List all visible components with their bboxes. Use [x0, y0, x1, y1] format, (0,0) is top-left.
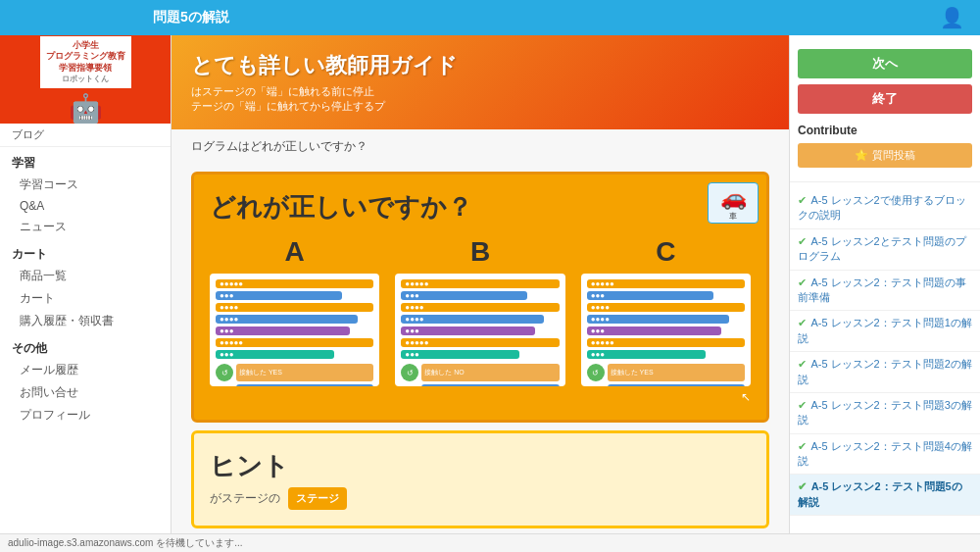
- block-b-3: ●●●●: [401, 303, 559, 312]
- right-sidebar: 次へ 終了 Contribute ⭐ 質問投稿 ✔ A-5 レッスン2で使用する…: [789, 35, 980, 552]
- nav-link-3[interactable]: ✔ A-5 レッスン2：テスト問題の事前準備: [790, 271, 980, 312]
- cursor-indicator: ↖: [210, 390, 751, 404]
- option-c-blocks: ●●●●● ●●● ●●●● ●●●● ●●● ●●●●● ●●● ↺ 接触した…: [581, 274, 751, 386]
- section-label-cart: カート: [0, 238, 171, 265]
- block-c-5: ●●●: [587, 326, 721, 335]
- arrow-a-left: ↺: [216, 364, 233, 381]
- block-a-2: ●●●: [216, 291, 342, 300]
- sidebar-item-qa[interactable]: Q&A: [0, 196, 171, 216]
- block-b-bottom1: 接触した NO: [421, 364, 559, 381]
- main-layout: 小学生プログラミング教育学習指導要領 ロボットくん 🤖 ブログ 学習 学習コース…: [0, 35, 980, 552]
- nav-link-7[interactable]: ✔ A-5 レッスン2：テスト問題4の解説: [790, 434, 980, 476]
- nav-link-2[interactable]: ✔ A-5 レッスン2とテスト問題のプログラム: [790, 229, 980, 271]
- block-b-1: ●●●●●: [401, 279, 559, 288]
- block-b-7: ●●●: [401, 350, 519, 359]
- nav-link-6[interactable]: ✔ A-5 レッスン2：テスト問題3の解説: [790, 393, 980, 434]
- hint-subtext: がステージの: [210, 490, 280, 507]
- status-text: adulio-image.s3.amazonaws.com を待機しています..…: [8, 537, 243, 548]
- hero-title: とても詳しい教師用ガイド: [191, 51, 769, 80]
- contribute-section: Contribute ⭐ 質問投稿: [790, 118, 980, 176]
- block-a-3: ●●●●: [216, 303, 373, 312]
- block-c-4: ●●●●: [587, 315, 729, 324]
- option-c-label: C: [656, 236, 675, 268]
- nav-link-8[interactable]: ✔ A-5 レッスン2：テスト問題5の解説: [790, 475, 980, 516]
- main-content: とても詳しい教師用ガイド はステージの「端」に触れる前に停止 テージの「端」に触…: [172, 35, 789, 552]
- question-area: ログラムはどれが正しいですか？: [172, 129, 789, 164]
- car-icon: 🚗: [720, 185, 747, 211]
- block-b-bottom2: または ● に接触した: [421, 384, 559, 386]
- option-a-blocks: ●●●●● ●●● ●●●● ●●●● ●●● ●●●●● ●●● ↺ 接触した…: [210, 274, 379, 386]
- block-c-3: ●●●●: [587, 303, 745, 312]
- block-a-1: ●●●●●: [216, 279, 373, 288]
- star-icon: ⭐: [855, 149, 868, 162]
- sidebar-logo: 小学生プログラミング教育学習指導要領 ロボットくん 🤖: [0, 35, 171, 124]
- block-c-1: ●●●●●: [587, 279, 745, 288]
- question-post-button[interactable]: ⭐ 質問投稿: [798, 143, 972, 168]
- sidebar-item-news[interactable]: ニュース: [0, 216, 171, 238]
- block-c-7: ●●●: [587, 350, 706, 359]
- block-b-5: ●●●: [401, 326, 535, 335]
- user-icon[interactable]: 👤: [940, 6, 964, 29]
- robot-icon: 🤖: [38, 92, 133, 125]
- logo-box: 小学生プログラミング教育学習指導要領 ロボットくん: [38, 35, 133, 90]
- nav-link-4[interactable]: ✔ A-5 レッスン2：テスト問題1の解説: [790, 311, 980, 352]
- sidebar-item-cart[interactable]: カート: [0, 287, 171, 310]
- top-bar: 問題5の解説 👤: [0, 0, 980, 35]
- top-bar-title: 問題5の解説: [153, 9, 229, 26]
- status-bar: adulio-image.s3.amazonaws.com を待機しています..…: [0, 533, 980, 552]
- block-b-2: ●●●: [401, 291, 527, 300]
- block-a-7: ●●●: [216, 350, 334, 359]
- arrow-b-left: ↺: [401, 364, 418, 381]
- option-c: C ●●●●● ●●● ●●●● ●●●● ●●● ●●●●● ●●● ↺ 接触…: [581, 236, 751, 386]
- option-a: A ●●●●● ●●● ●●●● ●●●● ●●● ●●●●● ●●● ↺ 接触…: [210, 236, 379, 386]
- sidebar-item-contact[interactable]: お問い合せ: [0, 381, 171, 404]
- block-a-5: ●●●: [216, 326, 350, 335]
- left-sidebar: 小学生プログラミング教育学習指導要領 ロボットくん 🤖 ブログ 学習 学習コース…: [0, 35, 172, 552]
- block-c-2: ●●●: [587, 291, 713, 300]
- hero-subtext1: はステージの「端」に触れる前に停止: [191, 84, 769, 99]
- option-b-blocks: ●●●●● ●●● ●●●● ●●●● ●●● ●●●●● ●●● ↺ 接触した…: [395, 274, 564, 386]
- block-a-4: ●●●●: [216, 315, 358, 324]
- option-b: B ●●●●● ●●● ●●●● ●●●● ●●● ●●●●● ●●● ↺ 接触…: [395, 236, 564, 386]
- sidebar-item-course[interactable]: 学習コース: [0, 174, 171, 196]
- divider: [790, 181, 980, 182]
- hero-banner: とても詳しい教師用ガイド はステージの「端」に触れる前に停止 テージの「端」に触…: [172, 35, 789, 129]
- section-label-other: その他: [0, 332, 171, 359]
- nav-link-5[interactable]: ✔ A-5 レッスン2：テスト問題2の解説: [790, 352, 980, 393]
- question-options: A ●●●●● ●●● ●●●● ●●●● ●●● ●●●●● ●●● ↺ 接触…: [210, 236, 751, 386]
- contribute-title: Contribute: [798, 122, 972, 139]
- block-a-6: ●●●●●: [216, 338, 373, 347]
- hint-stage-label: ステージ: [288, 487, 347, 510]
- block-c-bottom1: 接触した YES: [608, 364, 745, 381]
- car-icon-box: 🚗 車: [708, 182, 759, 224]
- block-c-6: ●●●●●: [587, 338, 745, 347]
- hint-card: ヒント がステージの ステージ: [191, 430, 769, 528]
- section-label-study: 学習: [0, 147, 171, 174]
- hero-subtext2: テージの「端」に触れてから停止するプ: [191, 99, 769, 114]
- end-button[interactable]: 終了: [798, 84, 972, 114]
- blog-link[interactable]: ブログ: [0, 124, 171, 147]
- question-header-text: ログラムはどれが正しいですか？: [191, 139, 368, 153]
- question-card: 🚗 車 どれが正しいですか？ A ●●●●● ●●● ●●●● ●●●● ●●●…: [191, 172, 769, 423]
- option-a-label: A: [285, 236, 305, 268]
- block-c-bottom2: または ● に接触した: [608, 384, 745, 386]
- hint-title: ヒント: [210, 449, 751, 483]
- sidebar-item-purchase[interactable]: 購入履歴・領収書: [0, 310, 171, 332]
- sidebar-item-profile[interactable]: プロフィール: [0, 404, 171, 427]
- option-b-label: B: [470, 236, 490, 268]
- sidebar-item-products[interactable]: 商品一覧: [0, 265, 171, 287]
- block-a-bottom2: かつ ● に接触した: [236, 384, 373, 386]
- nav-link-1[interactable]: ✔ A-5 レッスン2で使用するブロックの説明: [790, 188, 980, 229]
- sidebar-item-email[interactable]: メール履歴: [0, 359, 171, 381]
- arrow-c-left: ↺: [587, 364, 605, 381]
- block-b-6: ●●●●●: [401, 338, 559, 347]
- question-card-title: どれが正しいですか？: [210, 190, 751, 225]
- block-a-bottom1: 接触した YES: [236, 364, 373, 381]
- block-b-4: ●●●●: [401, 315, 543, 324]
- next-button[interactable]: 次へ: [798, 49, 972, 78]
